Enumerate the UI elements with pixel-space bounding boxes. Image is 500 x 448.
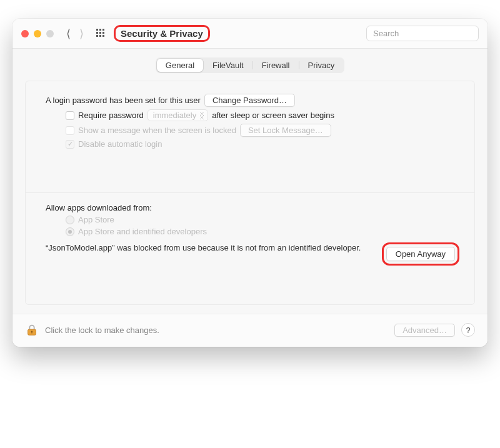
svg-rect-6 — [96, 35, 98, 37]
lock-text: Click the lock to make changes. — [45, 326, 388, 335]
title-highlight-annotation: Security & Privacy — [114, 25, 210, 42]
show-message-checkbox — [66, 126, 74, 135]
svg-rect-8 — [102, 35, 104, 37]
zoom-window-icon — [46, 30, 54, 37]
set-lock-message-button: Set Lock Message… — [240, 124, 331, 137]
allow-appstore-label: App Store — [78, 215, 114, 224]
section-divider — [26, 192, 474, 193]
footer: Click the lock to make changes. Advanced… — [12, 314, 488, 347]
svg-rect-13 — [31, 332, 32, 334]
disable-auto-login-checkbox — [66, 140, 74, 149]
back-icon[interactable]: ⟨ — [66, 28, 71, 39]
disable-auto-login-label: Disable automatic login — [78, 139, 162, 149]
tab-privacy[interactable]: Privacy — [299, 59, 344, 72]
svg-rect-3 — [96, 32, 98, 34]
allow-identified-label: App Store and identified developers — [78, 227, 207, 236]
change-password-button[interactable]: Change Password… — [204, 94, 295, 107]
tab-firewall[interactable]: Firewall — [253, 59, 299, 72]
show-message-label: Show a message when the screen is locked — [78, 126, 236, 135]
show-all-icon[interactable] — [96, 29, 106, 39]
require-password-label: Require password — [78, 111, 144, 120]
require-password-delay-select[interactable]: immediately — [148, 109, 208, 121]
svg-rect-5 — [102, 32, 104, 34]
require-password-after-label: after sleep or screen saver begins — [212, 111, 334, 120]
tab-filevault[interactable]: FileVault — [204, 59, 252, 72]
require-password-checkbox[interactable] — [66, 111, 74, 120]
advanced-button[interactable]: Advanced… — [394, 324, 455, 337]
svg-rect-0 — [96, 29, 98, 31]
content-area: General FileVault Firewall Privacy A log… — [12, 49, 488, 314]
close-window-icon[interactable] — [21, 30, 29, 37]
forward-icon[interactable]: ⟩ — [79, 28, 84, 39]
svg-rect-4 — [99, 32, 101, 34]
allow-apps-heading: Allow apps downloaded from: — [46, 203, 152, 212]
lock-icon[interactable] — [25, 323, 39, 337]
tab-row: General FileVault Firewall Privacy — [156, 57, 344, 73]
allow-identified-radio — [66, 227, 74, 236]
svg-rect-1 — [99, 29, 101, 31]
password-set-label: A login password has been set for this u… — [46, 96, 201, 105]
titlebar: ⟨ ⟩ Security & Privacy — [12, 19, 488, 49]
window-controls — [21, 30, 54, 37]
open-anyway-button[interactable]: Open Anyway — [386, 247, 455, 261]
minimize-window-icon[interactable] — [34, 30, 41, 37]
help-button[interactable]: ? — [461, 323, 475, 337]
tab-general[interactable]: General — [157, 59, 203, 72]
window-title: Security & Privacy — [121, 28, 203, 39]
svg-rect-7 — [99, 35, 101, 37]
allow-appstore-radio — [66, 216, 74, 224]
blocked-app-message: “JsonToModel.app” was blocked from use b… — [46, 242, 372, 254]
general-pane: A login password has been set for this u… — [25, 81, 475, 305]
nav-arrows: ⟨ ⟩ — [66, 28, 84, 39]
search-field[interactable] — [366, 26, 479, 41]
search-input[interactable] — [372, 28, 479, 39]
open-anyway-highlight-annotation: Open Anyway — [382, 242, 459, 266]
svg-rect-2 — [102, 29, 104, 31]
preferences-window: ⟨ ⟩ Security & Privacy General FileVault — [12, 19, 488, 347]
